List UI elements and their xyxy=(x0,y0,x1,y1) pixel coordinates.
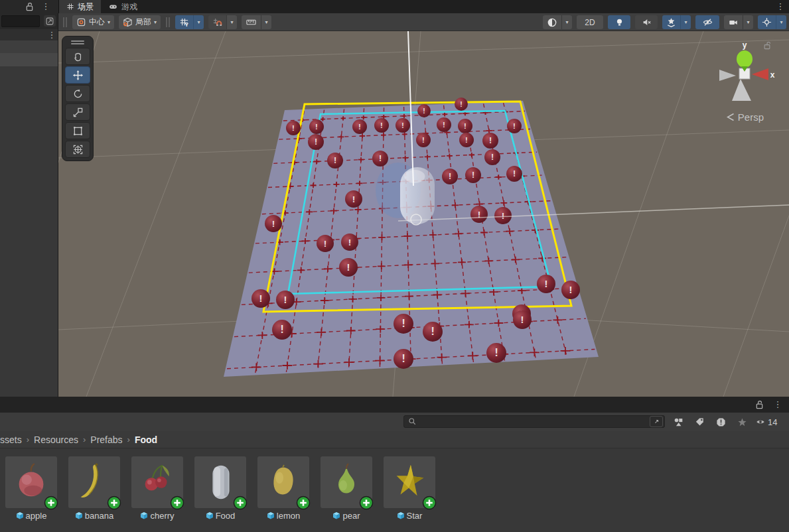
left-panel-search-input[interactable] xyxy=(1,15,40,27)
tab-scene[interactable]: 场景 xyxy=(59,0,101,13)
shading-mode-button[interactable] xyxy=(543,15,561,29)
2d-toggle-button[interactable]: 2D xyxy=(577,15,603,29)
tools-overlay-drag-handle[interactable] xyxy=(62,38,93,46)
left-panel-submenu-icon[interactable]: ⋮ xyxy=(47,29,56,42)
axis-x-cone[interactable] xyxy=(752,68,768,80)
warnings-filter-icon[interactable] xyxy=(713,415,729,429)
prefab-cube-icon xyxy=(140,511,148,520)
enemy-sphere xyxy=(308,134,324,150)
gizmo-unlock-icon[interactable] xyxy=(763,41,771,50)
scene-panel-menu-icon[interactable]: ⋮ xyxy=(776,0,785,13)
asset-tile-cherry[interactable]: cherry xyxy=(131,456,183,521)
asset-tile-apple[interactable]: apple xyxy=(5,456,57,521)
shading-mode-dropdown[interactable]: ▾ xyxy=(561,15,572,29)
projection-mode[interactable]: Persp xyxy=(727,111,764,123)
asset-thumbnail[interactable] xyxy=(68,456,120,508)
transform-icon xyxy=(72,144,84,155)
enemy-sphere xyxy=(272,320,292,340)
breadcrumb-item-resources[interactable]: Resources xyxy=(34,434,78,445)
snap-increment-dropdown[interactable]: ▾ xyxy=(261,15,271,29)
rect-tool-button[interactable] xyxy=(65,122,90,139)
rotate-tool-button[interactable] xyxy=(65,85,90,102)
2d-label: 2D xyxy=(585,18,595,27)
enemy-sphere xyxy=(513,310,532,329)
grid-snap-dropdown[interactable]: ▾ xyxy=(226,15,237,29)
scene-camera-button[interactable] xyxy=(724,15,743,29)
unlock-icon[interactable] xyxy=(25,2,34,11)
enemy-sphere xyxy=(417,104,431,117)
unity-editor-window: ⋮ 场景 游戏 ⋮ 中心 ▾ 局部 ▾ xyxy=(0,0,789,532)
grid-snap-button[interactable] xyxy=(208,15,226,29)
asset-thumbnail[interactable] xyxy=(194,456,246,508)
search-by-label-icon[interactable] xyxy=(691,415,707,429)
project-search[interactable] xyxy=(403,415,665,428)
tab-game[interactable]: 游戏 xyxy=(101,0,145,13)
axis-y-label: y xyxy=(743,40,747,50)
toolbar-drag-handle[interactable] xyxy=(166,17,170,27)
asset-thumbnail[interactable] xyxy=(131,456,183,508)
pivot-mode-button[interactable]: 中心 ▾ xyxy=(72,15,114,29)
prefab-add-badge xyxy=(44,496,58,510)
grid-visibility-button[interactable]: Y xyxy=(175,15,193,29)
breadcrumb-item-prefabs[interactable]: Prefabs xyxy=(90,434,122,445)
gizmos-toggle-button[interactable] xyxy=(758,15,776,29)
project-toolbar: 14 xyxy=(0,413,789,431)
breadcrumb-item-food[interactable]: Food xyxy=(135,434,157,445)
left-panel-menu-icon[interactable]: ⋮ xyxy=(41,0,50,13)
asset-tile-food[interactable]: Food xyxy=(194,456,246,521)
axis-line xyxy=(398,205,789,221)
asset-grid: applebananacherryFoodlemonpearStar xyxy=(0,448,789,532)
breadcrumb-item-ssets[interactable]: ssets xyxy=(0,434,22,445)
svg-text:!: ! xyxy=(449,172,451,181)
search-by-type-icon[interactable] xyxy=(670,415,686,429)
svg-text:Y: Y xyxy=(185,22,188,27)
hand-tool-button[interactable] xyxy=(65,48,90,65)
left-panel-header: ⋮ xyxy=(0,0,59,13)
plane-grid-crosses xyxy=(251,110,570,371)
prefab-add-badge xyxy=(359,496,374,510)
asset-thumbnail[interactable] xyxy=(321,456,372,508)
snap-increment-button[interactable] xyxy=(242,15,261,29)
prefab-cube-icon xyxy=(397,511,405,520)
scene-visibility-button[interactable] xyxy=(695,15,719,29)
enemy-sphere xyxy=(512,304,531,323)
lighting-toggle-button[interactable] xyxy=(608,15,630,29)
left-panel-expand-button[interactable] xyxy=(44,15,56,27)
gizmos-dropdown[interactable]: ▾ xyxy=(776,15,786,29)
axis-y-cone[interactable] xyxy=(737,50,753,68)
orientation-mode-button[interactable]: 局部 ▾ xyxy=(119,15,161,29)
tab-game-label: 游戏 xyxy=(121,1,137,13)
project-panel-header: ⋮ xyxy=(0,397,789,413)
axis-negx-cone[interactable] xyxy=(719,70,736,81)
asset-thumbnail[interactable] xyxy=(257,456,309,508)
left-panel-row[interactable] xyxy=(0,40,58,53)
project-unlock-icon[interactable] xyxy=(755,400,764,409)
scene-viewport[interactable]: !!!!!!!!!!!!!!!!!!!!!!!!!!!!!!!!!!!!!! xyxy=(58,31,789,397)
asset-tile-star[interactable]: Star xyxy=(384,456,435,521)
scale-tool-button[interactable] xyxy=(65,103,90,121)
asset-tile-lemon[interactable]: lemon xyxy=(257,456,309,521)
asset-tile-pear[interactable]: pear xyxy=(321,456,372,521)
transform-tool-button[interactable] xyxy=(65,141,90,158)
move-tool-button[interactable] xyxy=(65,66,90,84)
visible-items-counter[interactable]: 14 xyxy=(755,417,777,427)
left-panel-row-highlight[interactable] xyxy=(0,53,58,66)
axis-x-label: x xyxy=(770,70,775,80)
enemy-sphere xyxy=(394,314,413,334)
toolbar-drag-handle[interactable] xyxy=(63,17,67,27)
grid-visibility-dropdown[interactable]: ▾ xyxy=(193,15,204,29)
scene-camera-dropdown[interactable]: ▾ xyxy=(743,15,753,29)
asset-thumbnail[interactable] xyxy=(384,456,435,508)
favorites-icon[interactable] xyxy=(734,415,750,429)
enemy-sphere xyxy=(486,343,506,363)
effects-dropdown[interactable]: ▾ xyxy=(680,15,691,29)
effects-toggle-button[interactable] xyxy=(662,15,680,29)
asset-tile-banana[interactable]: banana xyxy=(68,456,120,521)
asset-thumbnail[interactable] xyxy=(5,456,57,508)
audio-mute-button[interactable] xyxy=(635,15,658,29)
search-expand-icon[interactable] xyxy=(650,416,663,427)
axis-z-cone[interactable] xyxy=(732,79,751,101)
search-input[interactable] xyxy=(420,417,650,427)
project-menu-icon[interactable]: ⋮ xyxy=(773,398,782,411)
svg-text:!: ! xyxy=(502,211,505,221)
